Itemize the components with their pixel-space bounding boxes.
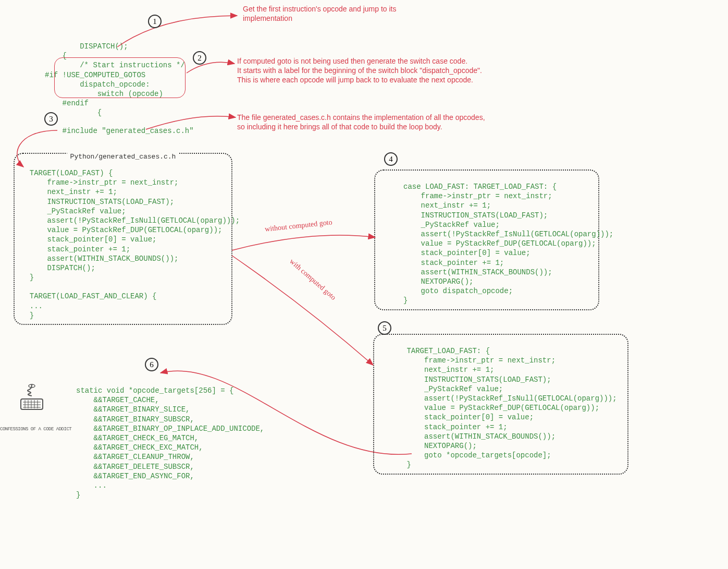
watermark-text: CONFESSIONS OF A CODE ADDICT (0, 427, 71, 432)
box5-code: TARGET_LOAD_FAST: { frame->instr_ptr = n… (380, 346, 621, 469)
step-4-num: 4 (389, 155, 393, 164)
red-highlight-box (54, 57, 186, 98)
step-1-num: 1 (153, 17, 157, 26)
keyboard-icon (20, 383, 44, 413)
annotation-1: Get the first instruction's opcode and j… (243, 4, 397, 23)
svg-rect-1 (21, 399, 43, 409)
step-6-num: 6 (150, 360, 154, 369)
step-2: 2 (193, 51, 206, 65)
code-inner-brace: { (45, 108, 194, 117)
annotation-2: If computed goto is not being used then … (237, 56, 482, 85)
edge-with: with computed goto (288, 257, 337, 302)
step-6: 6 (145, 358, 158, 371)
step-2-num: 2 (198, 54, 202, 63)
step-5-num: 5 (382, 324, 387, 333)
step-5: 5 (378, 321, 391, 335)
edge-without: without computed goto (265, 218, 333, 233)
box3-code: TARGET(LOAD_FAST) { frame->instr_ptr = n… (21, 168, 225, 320)
step-4: 4 (384, 152, 398, 166)
code-include: #include "generated_cases.c.h" (45, 126, 194, 136)
code-dispatch: DISPATCH(); (45, 42, 194, 51)
step-3: 3 (44, 112, 58, 126)
box-generated-cases: Python/generated_cases.c.h TARGET(LOAD_F… (14, 153, 232, 325)
step-3-num: 3 (49, 115, 53, 124)
box-with-goto: TARGET_LOAD_FAST: { frame->instr_ptr = n… (373, 334, 628, 475)
code-endif: #endif (45, 99, 194, 108)
box3-title: Python/generated_cases.c.h (67, 153, 179, 161)
box6-code: static void *opcode_targets[256] = { &&T… (76, 386, 264, 500)
box-without-goto: case LOAD_FAST: TARGET_LOAD_FAST: { fram… (374, 170, 599, 310)
box4-code: case LOAD_FAST: TARGET_LOAD_FAST: { fram… (381, 182, 592, 305)
annotation-3: The file generated_cases.c.h contains th… (237, 113, 485, 131)
step-1: 1 (148, 15, 162, 28)
